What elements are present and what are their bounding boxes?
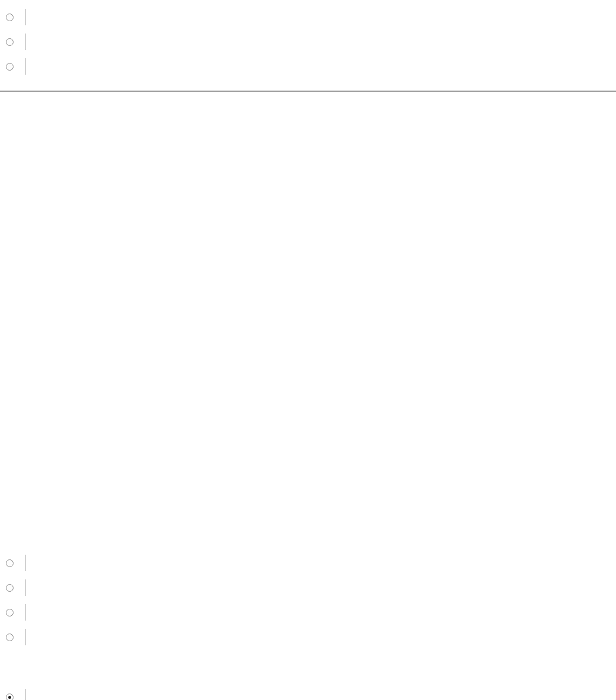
radio-row [6,625,616,649]
divider-vertical [25,604,26,621]
spacer [0,649,616,685]
radio-option-d[interactable] [6,634,14,641]
radio-option-1[interactable] [6,14,14,21]
radio-group-3 [0,685,616,700]
radio-option-3[interactable] [6,63,14,71]
radio-row [6,575,616,600]
radio-option-2[interactable] [6,38,14,46]
divider-vertical [25,579,26,596]
radio-row [6,5,616,29]
radio-option-a[interactable] [6,559,14,567]
radio-option-c[interactable] [6,609,14,616]
radio-group-2 [0,551,616,649]
radio-option-b[interactable] [6,584,14,592]
radio-row [6,29,616,54]
radio-row [6,54,616,79]
spacer [0,92,616,551]
divider-vertical [25,58,26,75]
divider-vertical [25,34,26,50]
divider-vertical [25,555,26,571]
radio-row [6,600,616,625]
radio-option-x[interactable] [6,694,14,701]
radio-row [6,551,616,575]
divider-vertical [25,629,26,645]
divider-vertical [25,9,26,25]
radio-group-1 [0,0,616,79]
radio-row [6,685,616,700]
divider-vertical [25,689,26,700]
